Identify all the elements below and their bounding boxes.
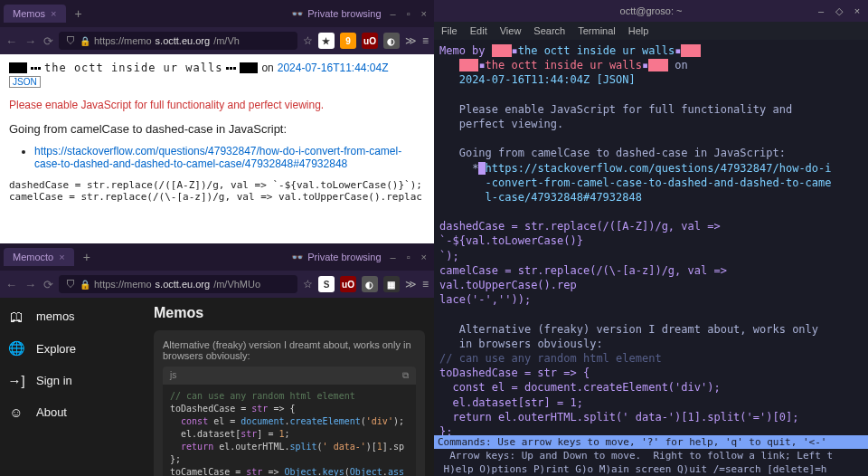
menu-terminal[interactable]: Terminal [578,25,616,36]
maximize-button[interactable]: ◇ [834,5,844,17]
smile-icon: ☺ [7,405,25,420]
code-block: // can use any random html element toDas… [163,385,416,476]
url-path: /m/Vh [213,35,240,46]
maximize-button[interactable]: ▫ [403,8,414,19]
ext-icon[interactable]: ▦ [383,276,400,292]
ext-icon[interactable]: uO [340,276,356,292]
author: the octt inside ur walls [486,59,642,71]
url-prefix: https://memo [94,35,152,46]
sidebar-item-signin[interactable]: →] Sign in [7,373,137,388]
date: 2024-07-16T11:44:04Z [459,73,590,86]
code-line: dashedCase = str.replace(/([A-Z])/g, val… [439,220,727,262]
author: the octt inside ur walls [518,44,675,57]
so-link[interactable]: https://stackoverflow.com/questions/4793… [34,145,401,170]
new-tab-button[interactable]: + [76,250,98,264]
close-button[interactable]: × [418,8,430,19]
sidebar-label: memos [36,309,75,323]
fn-code: toDashedCase = str => { const el = docum… [439,367,798,435]
address-bar[interactable]: ⛉ 🔒 https://memos.octt.eu.org/m/Vh [59,32,297,50]
hamburger-icon[interactable]: ≡ [422,278,429,290]
code-header: js ⧉ [163,367,416,385]
json-badge[interactable]: JSON [9,76,41,88]
ext-icon[interactable]: uO [362,33,378,49]
terminal-output[interactable]: Memo by ▪the octt inside ur walls▪ ▪the … [434,40,868,435]
ext-icon[interactable]: ◐ [362,276,378,292]
heading: Going from camelCase to dashed-case in J… [459,147,786,159]
extensions: ★ 9 uO ◐ ≫ ≡ [318,33,429,49]
tab-label: Memos [13,8,45,19]
dots-icon [226,67,236,70]
main-panel: Memos Alternative (freaky) version I dre… [145,298,434,476]
back-button[interactable]: ← [5,34,17,48]
memo-by: Memo by [439,44,486,57]
sidebar-item-explore[interactable]: 🌐 Explore [7,340,137,357]
minimize-button[interactable]: – [387,8,400,19]
mask-icon: 👓 [291,8,304,20]
forward-button[interactable]: → [24,34,36,48]
new-tab-button[interactable]: + [68,6,90,21]
menu-edit[interactable]: Edit [470,25,487,36]
tab-bar: Memocto × + 👓 Private browsing – ▫ × [0,243,434,271]
date-link[interactable]: 2024-07-16T11:44:04Z [278,62,389,74]
menu-button[interactable]: ≫ [405,34,417,47]
reload-button[interactable]: ⟳ [43,278,53,291]
avatar-block [240,62,258,73]
status-bar: Commands: Use arrow keys to move, '?' fo… [434,435,868,449]
bookmark-icon[interactable]: ☆ [303,34,313,47]
minimize-button[interactable]: – [816,5,826,17]
code-line: camelCase = str.replace(/(\-[a-z])/g, va… [439,264,733,306]
menu-help[interactable]: Help [628,25,649,36]
reload-button[interactable]: ⟳ [43,34,53,48]
address-bar[interactable]: ⛉ 🔒 https://memos.octt.eu.org/m/VhMUo [59,275,297,293]
hamburger-icon[interactable]: ≡ [422,34,429,47]
code-line: dashedCase = str.replace(/([A-Z])/g, val… [9,179,425,191]
avatar-block [9,62,27,73]
close-icon[interactable]: × [51,8,56,19]
ext-icon[interactable]: S [318,276,335,292]
tab-label: Memocto [13,252,53,262]
sidebar-label: Sign in [36,374,72,387]
maximize-button[interactable]: ▫ [403,252,414,262]
help-line: Arrow keys: Up and Down to move. Right t… [434,449,868,462]
forward-button[interactable]: → [24,278,36,291]
page-title: Memos [154,305,425,321]
card-text: Alternative (freaky) version I dreamt ab… [163,339,416,361]
close-button[interactable]: × [852,5,863,17]
memo-heading: Going from camelCase to dashed-case in J… [9,122,425,136]
ext-icon[interactable]: ◐ [383,33,400,49]
menu-search[interactable]: Search [533,25,565,36]
help-line: H)elp O)ptions P)rint G)o M)ain screen Q… [434,462,868,476]
sidebar-label: Explore [36,342,76,356]
page-content: 🕮 memos 🌐 Explore →] Sign in ☺ About Mem… [0,298,434,476]
on-text: on [261,62,273,74]
menu-view[interactable]: View [500,25,522,36]
terminal-titlebar: octt@groso: ~ – ◇ × [434,0,868,22]
ext-icon[interactable]: 9 [340,33,356,49]
menu-file[interactable]: File [441,25,458,36]
comment: // can use any random html element [439,352,662,365]
url-domain: s.octt.eu.org [156,279,211,290]
ext-icon[interactable]: ★ [318,33,335,49]
copy-icon[interactable]: ⧉ [402,370,409,381]
back-button[interactable]: ← [5,278,17,291]
alt-text: Alternative (freaky) version I dreamt ab… [439,323,818,350]
close-icon[interactable]: × [59,252,64,262]
url-path: /m/VhMUo [213,279,260,290]
tab-memos[interactable]: Memos × [4,5,66,23]
shield-icon: ⛉ [66,35,76,46]
page-content: the octt inside ur walls on 2024-07-16T1… [0,54,434,243]
minimize-button[interactable]: – [387,252,400,262]
sidebar-item-memos[interactable]: 🕮 memos [7,309,137,324]
dots-icon [31,67,41,70]
terminal-menubar: File Edit View Search Terminal Help [434,22,868,40]
menu-button[interactable]: ≫ [405,278,417,290]
private-label: Private browsing [307,8,381,19]
memo-icon: 🕮 [7,309,25,324]
close-button[interactable]: × [418,252,430,262]
globe-icon: 🌐 [7,340,25,357]
tab-memocto[interactable]: Memocto × [4,248,74,266]
url-domain: s.octt.eu.org [156,35,211,46]
bookmark-icon[interactable]: ☆ [303,278,313,290]
sidebar-item-about[interactable]: ☺ About [7,405,137,420]
json-badge: [JSON] [596,73,635,86]
